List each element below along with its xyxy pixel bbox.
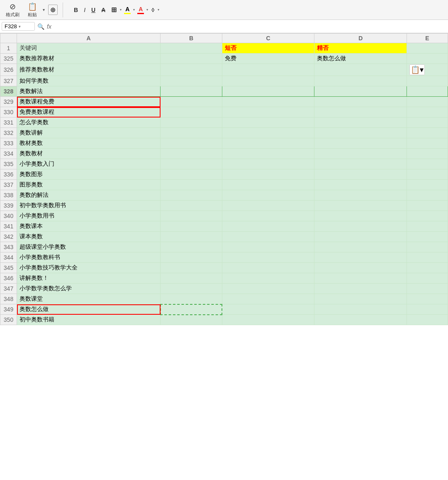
- cell-col-c[interactable]: [222, 273, 314, 284]
- row-number[interactable]: 340: [0, 211, 17, 221]
- cell-col-c[interactable]: [222, 97, 314, 107]
- cell-col-b[interactable]: [161, 54, 222, 64]
- cell-col-b[interactable]: [161, 232, 222, 242]
- cell-col-d[interactable]: [314, 211, 407, 221]
- cell-col-c[interactable]: [222, 128, 314, 138]
- cell-col-b[interactable]: [161, 252, 222, 263]
- paste-options-icon[interactable]: ⊕: [48, 5, 58, 15]
- cell-col-b[interactable]: [161, 294, 222, 304]
- strikethrough-btn[interactable]: A: [99, 5, 108, 15]
- cell-col-c[interactable]: [222, 149, 314, 159]
- cell-col-a[interactable]: 奥数推荐教材: [17, 54, 161, 64]
- row-number[interactable]: 345: [0, 263, 17, 273]
- cell-col-d[interactable]: [314, 97, 407, 107]
- paste-icon-inline[interactable]: 📋▾: [409, 64, 425, 75]
- cell-col-b[interactable]: [161, 128, 222, 138]
- cell-col-e[interactable]: [407, 107, 448, 118]
- cell-col-b[interactable]: [161, 221, 222, 232]
- cell-col-e[interactable]: [407, 252, 448, 263]
- cell-col-a[interactable]: 奥数课本: [17, 221, 161, 232]
- cell-col-b[interactable]: [161, 76, 222, 86]
- row-number[interactable]: 339: [0, 201, 17, 211]
- cell-col-d[interactable]: [314, 252, 407, 263]
- row-number[interactable]: 343: [0, 242, 17, 252]
- row-number[interactable]: 330: [0, 107, 17, 118]
- cell-col-a[interactable]: 如何学奥数: [17, 76, 161, 86]
- row-number[interactable]: 350: [0, 315, 17, 325]
- cell-col-a[interactable]: 小学奥数入门: [17, 159, 161, 169]
- cell-col-a[interactable]: 关键词: [17, 43, 161, 54]
- cell-col-a[interactable]: 免费奥数课程: [17, 107, 161, 118]
- cell-col-a[interactable]: 初中奥数书籍: [17, 315, 161, 325]
- corner-cell[interactable]: [0, 34, 17, 43]
- formula-input[interactable]: [55, 23, 446, 29]
- cell-col-d[interactable]: [314, 294, 407, 304]
- cell-col-e[interactable]: [407, 159, 448, 169]
- cell-col-a[interactable]: 超级课堂小学奥数: [17, 242, 161, 252]
- cell-col-d[interactable]: [314, 138, 407, 149]
- cell-col-a[interactable]: 怎么学奥数: [17, 118, 161, 128]
- cell-col-d[interactable]: [314, 242, 407, 252]
- font-color-dropdown-arrow[interactable]: ▾: [146, 8, 148, 12]
- row-number[interactable]: 331: [0, 118, 17, 128]
- row-number[interactable]: 333: [0, 138, 17, 149]
- cell-col-c[interactable]: [222, 315, 314, 325]
- row-number[interactable]: 349: [0, 304, 17, 315]
- cell-col-e[interactable]: [407, 263, 448, 273]
- col-header-e[interactable]: E: [407, 34, 448, 43]
- eraser-btn[interactable]: ◊: [149, 5, 157, 15]
- cell-col-b[interactable]: [161, 169, 222, 180]
- cell-col-b[interactable]: [161, 315, 222, 325]
- cell-col-e[interactable]: [407, 180, 448, 190]
- cell-col-a[interactable]: 小学奥数用书: [17, 211, 161, 221]
- cell-col-e[interactable]: [407, 211, 448, 221]
- cell-col-c[interactable]: [222, 159, 314, 169]
- cell-col-a[interactable]: 奥数图形: [17, 169, 161, 180]
- cell-col-a[interactable]: 奥数的解法: [17, 190, 161, 201]
- cell-col-a[interactable]: 初中数学奥数用书: [17, 201, 161, 211]
- highlight-dropdown-arrow[interactable]: ▾: [133, 8, 135, 12]
- border-dropdown-arrow[interactable]: ▾: [120, 8, 122, 12]
- cell-col-d[interactable]: [314, 86, 407, 97]
- cell-col-e[interactable]: [407, 221, 448, 232]
- cell-col-d[interactable]: 奥数怎么做: [314, 54, 407, 64]
- cell-col-e[interactable]: [407, 128, 448, 138]
- cell-col-d[interactable]: [314, 315, 407, 325]
- row-number[interactable]: 332: [0, 128, 17, 138]
- cell-col-d[interactable]: [314, 159, 407, 169]
- cell-col-d[interactable]: [314, 304, 407, 315]
- cell-col-b[interactable]: [161, 159, 222, 169]
- cell-col-b[interactable]: [161, 242, 222, 252]
- cell-col-c[interactable]: [222, 294, 314, 304]
- cell-col-c[interactable]: 短否: [222, 43, 314, 54]
- row-number[interactable]: 335: [0, 159, 17, 169]
- row-number[interactable]: 347: [0, 284, 17, 294]
- cell-col-d[interactable]: [314, 169, 407, 180]
- cell-col-b[interactable]: [161, 263, 222, 273]
- italic-btn[interactable]: I: [81, 5, 88, 15]
- cell-col-a[interactable]: 奥数讲解: [17, 128, 161, 138]
- cell-col-c[interactable]: [222, 304, 314, 315]
- cell-col-d[interactable]: [314, 76, 407, 86]
- format-brush-btn[interactable]: ⊘ 格式刷: [3, 1, 22, 19]
- cell-col-b[interactable]: [161, 149, 222, 159]
- cell-col-a[interactable]: 推荐奥数教材: [17, 64, 161, 76]
- row-number[interactable]: 346: [0, 273, 17, 284]
- cell-col-d[interactable]: [314, 284, 407, 294]
- row-number[interactable]: 344: [0, 252, 17, 263]
- col-header-a[interactable]: A: [17, 34, 161, 43]
- cell-col-e[interactable]: [407, 232, 448, 242]
- cell-col-b[interactable]: [161, 190, 222, 201]
- underline-btn[interactable]: U: [89, 5, 98, 15]
- cell-col-a[interactable]: 奥数解法: [17, 86, 161, 97]
- cell-col-e[interactable]: [407, 169, 448, 180]
- cell-reference-box[interactable]: F328 ▾: [2, 22, 35, 31]
- col-header-c[interactable]: C: [222, 34, 314, 43]
- cell-col-c[interactable]: [222, 232, 314, 242]
- cell-col-c[interactable]: [222, 190, 314, 201]
- cell-col-a[interactable]: 课本奥数: [17, 232, 161, 242]
- cell-col-b[interactable]: [161, 304, 222, 315]
- cell-col-c[interactable]: [222, 242, 314, 252]
- row-number[interactable]: 341: [0, 221, 17, 232]
- highlight-color-btn[interactable]: A: [122, 5, 132, 15]
